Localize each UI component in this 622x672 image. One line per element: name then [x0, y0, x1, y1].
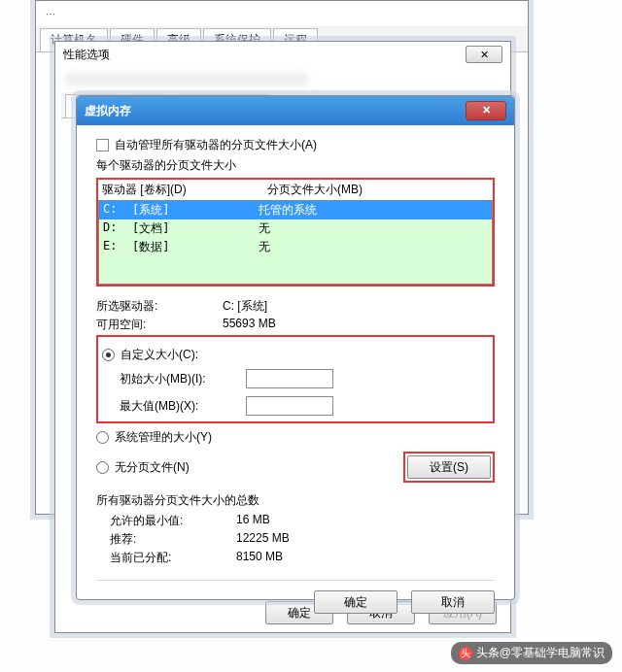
initial-size-label: 初始大小(MB)(I): — [120, 371, 246, 387]
drive-row-d[interactable]: D: [文档] 无 — [99, 219, 492, 238]
radio-custom[interactable] — [102, 349, 115, 361]
drive-list-highlight: 驱动器 [卷标](D) 分页文件大小(MB) C: [系统] 托管的系统 D: … — [96, 178, 495, 286]
custom-size-highlight: 自定义大小(C): 初始大小(MB)(I): 最大值(MB)(X): — [96, 335, 495, 423]
watermark: 头 头条@零基础学电脑常识 — [451, 642, 612, 664]
free-space-label: 可用空间: — [96, 317, 223, 333]
radio-none-label: 无分页文件(N) — [115, 459, 190, 476]
vm-button-row: 确定 取消 — [96, 580, 495, 614]
blurred-content — [65, 73, 308, 86]
initial-size-input[interactable] — [246, 369, 333, 388]
virtual-memory-window: 虚拟内存 ✕ 自动管理所有驱动器的分页文件大小(A) 每个驱动器的分页文件大小 … — [76, 95, 515, 600]
rec-value: 12225 MB — [236, 531, 290, 548]
radio-none-row-wrap: 无分页文件(N) 设置(S) — [96, 452, 495, 483]
drive-row-c[interactable]: C: [系统] 托管的系统 — [99, 201, 492, 219]
max-size-input[interactable] — [246, 396, 333, 416]
close-button[interactable]: ✕ — [466, 46, 502, 63]
min-label: 允许的最小值: — [110, 513, 236, 529]
rec-label: 推荐: — [110, 531, 236, 548]
watermark-text: 头条@零基础学电脑常识 — [476, 645, 605, 661]
selected-drive-info: 所选驱动器: C: [系统] 可用空间: 55693 MB — [96, 298, 495, 333]
totals-section: 所有驱动器分页文件大小的总数 允许的最小值: 16 MB 推荐: 12225 M… — [96, 492, 495, 566]
vm-content: 自动管理所有驱动器的分页文件大小(A) 每个驱动器的分页文件大小 驱动器 [卷标… — [77, 125, 514, 627]
cur-label: 当前已分配: — [110, 550, 236, 566]
radio-custom-label: 自定义大小(C): — [121, 347, 198, 363]
sel-drive-label: 所选驱动器: — [96, 298, 223, 315]
partial-title: ··· — [36, 1, 528, 26]
radio-none-row[interactable]: 无分页文件(N) — [96, 459, 190, 476]
radio-custom-row[interactable]: 自定义大小(C): — [102, 347, 489, 363]
header-size: 分页文件大小(MB) — [267, 182, 363, 198]
auto-manage-label: 自动管理所有驱动器的分页文件大小(A) — [115, 137, 317, 153]
auto-manage-checkbox[interactable] — [96, 139, 109, 151]
per-drive-label: 每个驱动器的分页文件大小 — [96, 157, 495, 174]
drive-row-e[interactable]: E: [数据] 无 — [99, 238, 492, 256]
radio-system-label: 系统管理的大小(Y) — [115, 429, 212, 446]
set-button[interactable]: 设置(S) — [407, 455, 491, 479]
ok-button[interactable]: 确定 — [314, 590, 397, 614]
drive-list-padding — [99, 256, 492, 284]
drive-list-header: 驱动器 [卷标](D) 分页文件大小(MB) — [98, 180, 493, 200]
set-button-highlight: 设置(S) — [403, 452, 495, 483]
min-value: 16 MB — [236, 513, 270, 529]
totals-label: 所有驱动器分页文件大小的总数 — [96, 492, 495, 509]
per-drive-group: 每个驱动器的分页文件大小 驱动器 [卷标](D) 分页文件大小(MB) C: [… — [96, 157, 495, 483]
perf-titlebar: 性能选项 ✕ — [55, 42, 510, 67]
max-size-label: 最大值(MB)(X): — [120, 398, 246, 415]
vm-title: 虚拟内存 — [85, 103, 131, 119]
cancel-button[interactable]: 取消 — [411, 590, 495, 614]
auto-manage-row[interactable]: 自动管理所有驱动器的分页文件大小(A) — [96, 137, 495, 153]
drive-list[interactable]: C: [系统] 托管的系统 D: [文档] 无 E: [数据] 无 — [98, 200, 493, 285]
perf-blur-area — [55, 67, 510, 92]
cur-value: 8150 MB — [236, 550, 283, 566]
header-drive: 驱动器 [卷标](D) — [102, 182, 267, 198]
perf-title: 性能选项 — [63, 47, 110, 63]
radio-none[interactable] — [96, 461, 109, 474]
vm-titlebar: 虚拟内存 ✕ — [77, 96, 514, 125]
free-space-value: 55693 MB — [223, 317, 276, 333]
watermark-icon: 头 — [459, 647, 472, 660]
close-button[interactable]: ✕ — [466, 101, 506, 120]
radio-system-row[interactable]: 系统管理的大小(Y) — [96, 429, 495, 446]
sel-drive-value: C: [系统] — [223, 298, 267, 315]
radio-system[interactable] — [96, 431, 109, 444]
